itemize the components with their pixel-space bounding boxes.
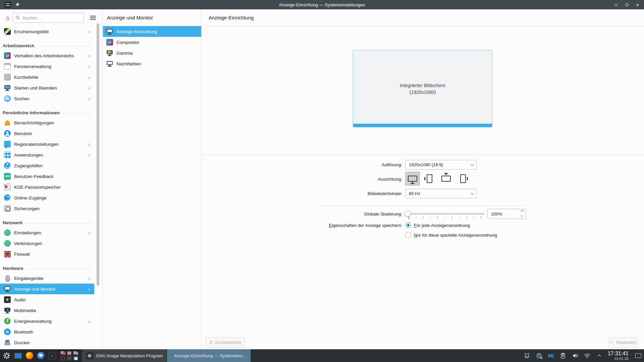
desktop-thumbnail[interactable] [73, 356, 79, 361]
resolution-dropdown[interactable]: 644x362 (16:9) [405, 160, 477, 170]
sidebar-item-benutzer-feedback[interactable]: Benutzer-Feedback [0, 171, 94, 182]
spinbox-arrows[interactable] [521, 210, 523, 217]
wifi-icon[interactable] [584, 352, 591, 359]
category-item-anzeige-einrichtung[interactable]: Anzeige-Einrichtung [103, 26, 201, 37]
sidebar-item-multimedia[interactable]: Multimedia [0, 305, 94, 316]
sidebar-scrollbar[interactable] [97, 23, 99, 286]
system-monitor-icon[interactable] [14, 352, 22, 360]
window-titlebar[interactable]: Anzeige-Einrichtung — Systemeinstellunge… [0, 0, 644, 9]
home-button[interactable]: ⌂ [3, 14, 13, 22]
monitor-preview-bottom-bar [353, 124, 492, 127]
desktop-thumbnail[interactable] [73, 351, 79, 356]
sidebar-item-kde-passwortspeicher[interactable]: KDE-Passwortspeicher [0, 182, 94, 192]
reset-button[interactable]: ↺ Zurücksetzen [205, 337, 245, 348]
refresh-rate-dropdown[interactable]: 60 Hz [405, 189, 477, 198]
app-launcher-button[interactable] [3, 352, 11, 360]
sidebar-item-anzeige-und-monitor[interactable]: Anzeige und Monitor› [0, 284, 94, 294]
firewall-icon [4, 251, 11, 257]
terminal-icon[interactable]: › [48, 352, 56, 360]
check-icon: ✓ [610, 340, 613, 345]
radio-only-this-arrangement[interactable]: Nur für diese spezielle Anzeigenanordnun… [405, 232, 497, 238]
radio-per-arrangement[interactable]: Für jede Anzeigenanordnung [405, 222, 470, 229]
task-label: GNU Image Manipulation Program [96, 353, 163, 358]
multimedia-icon [4, 307, 11, 314]
minimize-button[interactable] [613, 2, 619, 8]
feedback-icon [4, 173, 11, 180]
sidebar-item-label: Sicherungen [14, 206, 40, 211]
sidebar-item-energieverwaltung[interactable]: Energieverwaltung› [0, 316, 94, 326]
desktop-thumbnail[interactable] [60, 356, 66, 361]
network-settings-icon [4, 229, 11, 236]
orientation-landscape-button[interactable] [405, 172, 420, 186]
slider-tick [452, 217, 452, 219]
sidebar-item-benutzer[interactable]: Benutzer [0, 128, 94, 139]
sidebar-item-firewall[interactable]: Firewall [0, 249, 94, 259]
spin-up-icon[interactable] [521, 210, 524, 214]
sidebar-item-anwendungen[interactable]: Anwendungen› [0, 149, 94, 160]
sidebar-item-audio[interactable]: Audio [0, 294, 94, 305]
maximize-button[interactable] [624, 2, 630, 8]
window-management-icon [4, 63, 11, 70]
clipboard-icon[interactable] [559, 352, 567, 359]
category-item-compositor[interactable]: Compositor [103, 37, 201, 48]
notifications-bell-icon[interactable] [523, 352, 531, 359]
taskbar-task-anzeige-einrichtung-[interactable]: Anzeige-Einrichtung — Systemeins… [167, 349, 251, 362]
sidebar-item-erscheinungsbild[interactable]: Erscheinungsbild› [0, 26, 94, 37]
sidebar-item-online-zugange[interactable]: Online-Zugänge [0, 192, 94, 203]
chevron-right-icon: › [88, 152, 90, 158]
volume-icon[interactable] [572, 352, 579, 359]
keyboard-layout-indicator[interactable]: DE [547, 352, 555, 359]
sidebar-item-verbindungen[interactable]: Verbindungen [0, 238, 94, 249]
desktop-thumbnail[interactable]: › [66, 356, 72, 361]
sidebar-item-benachrichtigungen[interactable]: Benachrichtigungen [0, 117, 94, 128]
sidebar-item-zugangshilfen[interactable]: Zugangshilfen [0, 160, 94, 171]
sidebar-item-bluetooth[interactable]: Bluetooth [0, 326, 94, 337]
separator [202, 155, 644, 155]
category-item-gamma[interactable]: Gamma [103, 48, 201, 58]
category-item-nachtfarben[interactable]: Nachtfarben [103, 58, 201, 69]
spin-down-icon[interactable] [521, 214, 524, 217]
global-scale-slider[interactable] [405, 209, 485, 220]
sidebar-item-fensterverwaltung[interactable]: Fensterverwaltung› [0, 61, 94, 72]
monitor-preview[interactable]: Integrierter Bildschirm (644x362) [353, 50, 492, 127]
sidebar-item-label: Verhalten des Arbeitsbereichs [14, 53, 74, 58]
shortcuts-icon [4, 74, 11, 80]
sidebar-item-sicherungen[interactable]: Sicherungen [0, 203, 94, 214]
chevron-right-icon: › [88, 286, 90, 292]
sidebar-item-label: Anzeige und Monitor [14, 287, 56, 292]
search-input[interactable] [13, 13, 84, 23]
sidebar-item-suchen[interactable]: Suchen› [0, 93, 94, 104]
sidebar-item-starten-und-beenden[interactable]: Starten und Beenden› [0, 82, 94, 93]
radio-label: Für jede Anzeigenanordnung [414, 223, 470, 228]
menu-button[interactable] [90, 16, 96, 20]
sidebar: ⌂ Erscheinungsbild›ArbeitsbereichVerhalt… [0, 9, 103, 349]
virtual-desktop-pager[interactable]: › [60, 350, 79, 361]
radio-checked-icon[interactable] [405, 222, 411, 228]
show-desktop-button[interactable] [635, 353, 641, 358]
updates-icon[interactable] [535, 352, 543, 359]
sidebar-item-label: Benutzer [14, 131, 32, 136]
firefox-icon[interactable] [25, 352, 34, 360]
expand-tray-chevron-icon[interactable] [596, 352, 603, 359]
radio-unchecked-icon[interactable] [405, 232, 411, 238]
sidebar-item-verhalten-des-arbeitsbereichs[interactable]: Verhalten des Arbeitsbereichs› [0, 50, 94, 61]
digital-clock[interactable]: 17:31:41 14.01.26 [608, 351, 629, 361]
sidebar-item-einstellungen[interactable]: Einstellungen› [0, 227, 94, 238]
sidebar-item-drucker[interactable]: Drucker [0, 337, 94, 348]
taskbar-task-gnu-image-manipulati[interactable]: GNU Image Manipulation Program [82, 349, 167, 362]
sidebar-item-regionaleinstellungen[interactable]: Regionaleinstellungen› [0, 139, 94, 149]
desktop-thumbnail[interactable] [60, 351, 66, 356]
category-panel: Anzeige und Monitor Anzeige-EinrichtungC… [103, 9, 202, 349]
apply-button[interactable]: ✓ Anwenden [608, 337, 638, 348]
mail-icon[interactable] [37, 352, 45, 360]
desktop-thumbnail[interactable] [66, 351, 72, 356]
slider-handle[interactable] [405, 210, 411, 217]
global-scale-spinbox[interactable]: 100% [487, 209, 526, 219]
orientation-portrait-left-button[interactable] [422, 172, 437, 186]
orientation-landscape-flipped-button[interactable] [439, 172, 453, 186]
sidebar-item-kurzbefehle[interactable]: Kurzbefehle› [0, 72, 94, 82]
sidebar-item-eingabegerate[interactable]: Eingabegeräte› [0, 273, 94, 284]
orientation-portrait-right-button[interactable] [455, 172, 470, 186]
close-button[interactable]: × [635, 2, 641, 8]
chevron-right-icon: › [88, 230, 90, 236]
